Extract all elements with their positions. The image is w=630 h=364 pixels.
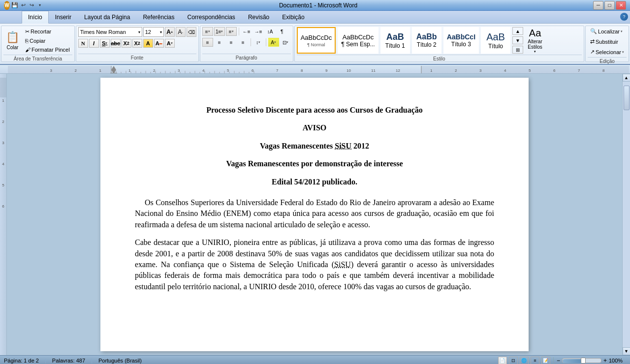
zoom-thumb[interactable] <box>581 358 586 364</box>
ruler-inner: 1 2 3 4 5 6 7 8 9 10 11 12 1 2 3 <box>7 65 630 74</box>
document-page: Processo Seletivo Discente para acesso a… <box>100 78 529 351</box>
replace-icon: ⇄ <box>590 38 595 45</box>
svg-text:5: 5 <box>529 68 531 73</box>
save-quick-btn[interactable]: 💾 <box>11 0 19 10</box>
view-print-btn[interactable]: 📄 <box>498 357 507 364</box>
scroll-up-btn[interactable]: ▲ <box>623 74 630 82</box>
style-no-spacing[interactable]: AaBbCcDc ¶ Sem Esp... <box>338 27 378 54</box>
font-group: Times New Roman ▾ 12 ▾ A+ A- ⌫ N I S▾ ab… <box>76 26 199 62</box>
tab-inserir[interactable]: Inserir <box>49 11 78 23</box>
paste-button[interactable]: 📋 Colar <box>3 27 22 54</box>
style-heading2[interactable]: AaBb Título 2 <box>412 27 441 54</box>
multilevel-list-btn[interactable]: ≡▾ <box>226 27 237 36</box>
clear-format-btn[interactable]: ⌫ <box>187 27 196 37</box>
style-normal[interactable]: AaBbCcDc ¶ Normal <box>297 27 336 54</box>
decrease-indent-btn[interactable]: ←≡ <box>241 27 252 36</box>
font-color-btn[interactable]: A▾ <box>165 39 175 48</box>
styles-more[interactable]: ⊞ <box>512 46 523 54</box>
style-title[interactable]: AaB Título <box>481 27 510 54</box>
align-center-btn[interactable]: ≡ <box>214 38 225 47</box>
style-title-label: Título <box>488 43 503 50</box>
tab-exibicao[interactable]: Exibição <box>276 11 311 23</box>
font-shrink-btn[interactable]: A- <box>176 27 186 37</box>
view-draft-btn[interactable]: 📝 <box>541 357 550 364</box>
line-spacing-btn[interactable]: ↕▾ <box>253 38 264 47</box>
tab-correspondencias[interactable]: Correspondências <box>181 11 241 23</box>
change-styles-btn[interactable]: Aa AlterarEstilos ▾ <box>525 27 545 54</box>
redo-quick-btn[interactable]: ↪ <box>28 0 35 10</box>
border-btn[interactable]: ⊡▾ <box>280 38 291 47</box>
font-name-dropdown-icon[interactable]: ▾ <box>138 30 140 34</box>
tab-referencias[interactable]: Referências <box>136 11 181 23</box>
minimize-btn[interactable]: ─ <box>593 1 603 10</box>
svg-text:10: 10 <box>346 68 351 73</box>
numbered-list-btn[interactable]: 1≡▾ <box>214 27 225 36</box>
change-styles-label: AlterarEstilos <box>528 39 542 50</box>
find-button[interactable]: 🔍 Localizar ▾ <box>588 27 625 35</box>
font-size-dropdown-icon[interactable]: ▾ <box>160 30 162 34</box>
zoom-slider[interactable] <box>562 358 601 363</box>
svg-text:8: 8 <box>301 68 303 73</box>
styles-label: Estilo <box>297 55 582 61</box>
increase-indent-btn[interactable]: →≡ <box>253 27 264 36</box>
zoom-level: 100% <box>609 358 626 364</box>
qa-dropdown-btn[interactable]: ▾ <box>36 0 43 10</box>
tab-inicio[interactable]: Início <box>22 11 49 24</box>
scroll-down-btn[interactable]: ▼ <box>623 347 630 355</box>
scroll-track[interactable] <box>623 82 630 347</box>
replace-button[interactable]: ⇄ Substituir <box>588 37 621 46</box>
sort-btn[interactable]: ↕A <box>265 27 276 36</box>
font-grow-btn[interactable]: A+ <box>165 27 175 37</box>
select-button[interactable]: ↗ Selecionar ▾ <box>588 48 627 56</box>
bold-button[interactable]: N <box>78 39 88 48</box>
window-title: Documento1 - Microsoft Word <box>43 2 593 9</box>
status-bar: Página: 1 de 2 | Palavras: 487 | Portugu… <box>0 355 630 364</box>
superscript-button[interactable]: X2 <box>132 39 142 48</box>
copy-button[interactable]: ⎘ Copiar <box>23 37 72 45</box>
zoom-out-btn[interactable]: − <box>557 357 560 364</box>
justify-btn[interactable]: ≡ <box>238 38 249 47</box>
styles-scroll-up[interactable]: ▲ <box>512 27 523 35</box>
underline-button[interactable]: S▾ <box>100 39 110 48</box>
cut-button[interactable]: ✂ Recortar <box>23 28 72 36</box>
svg-text:5: 5 <box>227 68 229 73</box>
close-btn[interactable]: ✕ <box>616 1 626 10</box>
align-left-btn[interactable]: ≡ <box>202 38 213 47</box>
editing-group: 🔍 Localizar ▾ ⇄ Substituir ↗ Selecionar … <box>585 26 629 62</box>
view-web-btn[interactable]: 🌐 <box>520 357 529 364</box>
shading-btn[interactable]: A▾ <box>268 38 279 47</box>
style-heading3[interactable]: AaBbCcI Título 3 <box>443 27 479 54</box>
subscript-button[interactable]: X2 <box>122 39 131 48</box>
vertical-scrollbar[interactable]: ▲ ▼ <box>622 74 630 355</box>
undo-quick-btn[interactable]: ↩ <box>20 0 27 10</box>
tab-layout[interactable]: Layout da Página <box>78 11 136 23</box>
tab-revisao[interactable]: Revisão <box>242 11 276 23</box>
editing-label: Edição <box>588 57 627 64</box>
font-size-input[interactable]: 12 ▾ <box>143 27 164 37</box>
office-orb[interactable]: W <box>4 1 10 10</box>
bullet-list-btn[interactable]: ≡▾ <box>202 27 213 36</box>
text-effects-btn[interactable]: A <box>143 39 153 48</box>
view-fullscreen-btn[interactable]: ⊡ <box>509 357 518 364</box>
scroll-thumb[interactable] <box>624 86 630 110</box>
style-heading1[interactable]: AaB Título 1 <box>380 27 410 54</box>
zoom-in-btn[interactable]: + <box>603 357 607 364</box>
style-heading2-label: Título 2 <box>417 41 437 48</box>
show-marks-btn[interactable]: ¶ <box>277 27 287 36</box>
italic-button[interactable]: I <box>89 39 99 48</box>
format-painter-button[interactable]: 🖌 Formatar Pincel <box>23 46 72 54</box>
maximize-btn[interactable]: □ <box>604 1 615 10</box>
font-name-input[interactable]: Times New Roman ▾ <box>78 27 142 37</box>
strikethrough-button[interactable]: abc <box>111 39 121 48</box>
document-area[interactable]: Processo Seletivo Discente para acesso a… <box>7 74 622 355</box>
change-styles-arrow: ▾ <box>534 50 536 54</box>
window-controls: ─ □ ✕ <box>593 1 626 10</box>
font-highlight-btn[interactable]: A▬ <box>154 39 164 48</box>
sisu-underline: SiSU <box>335 142 351 150</box>
doc-title-2: AVISO <box>135 122 494 133</box>
svg-text:1: 1 <box>430 68 433 73</box>
view-outline-btn[interactable]: ≡ <box>531 357 539 364</box>
help-icon[interactable]: ? <box>620 13 628 21</box>
align-right-btn[interactable]: ≡ <box>226 38 237 47</box>
styles-scroll-down[interactable]: ▼ <box>512 36 523 44</box>
